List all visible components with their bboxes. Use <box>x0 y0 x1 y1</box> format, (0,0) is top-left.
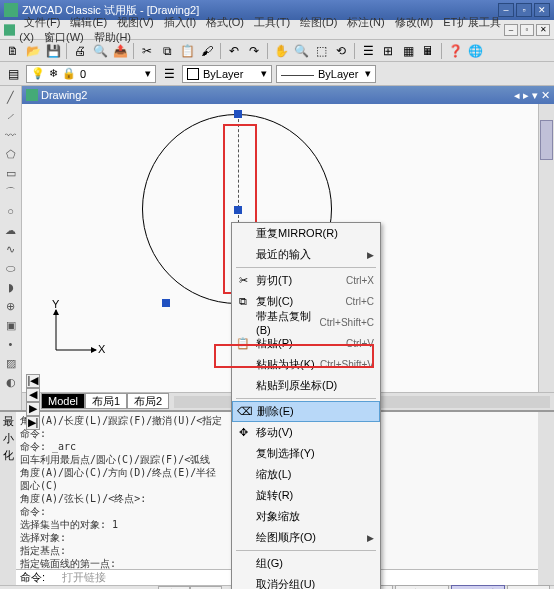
status-toggle[interactable]: 动态输入 <box>451 585 505 589</box>
menu-item[interactable]: 插入(I) <box>159 14 201 30</box>
polygon-icon[interactable]: ⬠ <box>2 145 20 163</box>
zoomprev-icon[interactable]: ⟲ <box>332 42 350 60</box>
menu-item[interactable]: 标注(N) <box>342 14 389 30</box>
layer-select[interactable]: 💡❄🔒0▾ <box>26 65 156 83</box>
ellipse-icon[interactable]: ⬭ <box>2 259 20 277</box>
menu-item[interactable]: 编辑(E) <box>65 14 112 30</box>
menu-item-label: 对象缩放 <box>256 509 374 524</box>
doc-icon <box>26 89 38 101</box>
context-menu-item[interactable]: ✥移动(V) <box>232 422 380 443</box>
block-icon[interactable]: ▣ <box>2 316 20 334</box>
match-icon[interactable]: 🖌 <box>198 42 216 60</box>
tab-nav-button[interactable]: |◀ <box>26 374 40 388</box>
xline-icon[interactable]: ⟋ <box>2 107 20 125</box>
menu-item[interactable]: 视图(V) <box>112 14 159 30</box>
status-toggle[interactable]: 从图形 <box>507 585 550 589</box>
ellarc-icon[interactable]: ◗ <box>2 278 20 296</box>
hatch-icon[interactable]: ▨ <box>2 354 20 372</box>
point-icon[interactable]: • <box>2 335 20 353</box>
tab-nav-button[interactable]: ▶| <box>26 416 40 430</box>
zoomwin-icon[interactable]: ⬚ <box>312 42 330 60</box>
context-menu-item[interactable]: 粘贴为块(K)Ctrl+Shift+V <box>232 354 380 375</box>
print-icon[interactable]: 🖨 <box>71 42 89 60</box>
context-menu-item[interactable]: 重复MIRROR(R) <box>232 223 380 244</box>
help-icon[interactable]: ❓ <box>446 42 464 60</box>
redo-icon[interactable]: ↷ <box>245 42 263 60</box>
context-menu-item[interactable]: 带基点复制(B)Ctrl+Shift+C <box>232 312 380 333</box>
layout-tab[interactable]: 布局2 <box>127 393 169 409</box>
tab-nav-button[interactable]: ▶ <box>26 402 40 416</box>
layer-icon[interactable]: ▤ <box>4 65 22 83</box>
menu-item[interactable]: 格式(O) <box>201 14 249 30</box>
context-menu-item[interactable]: 缩放(L) <box>232 464 380 485</box>
open-icon[interactable]: 📂 <box>24 42 42 60</box>
context-menu-item[interactable]: 📋粘贴(P)Ctrl+V <box>232 333 380 354</box>
preview-icon[interactable]: 🔍 <box>91 42 109 60</box>
window-controls: – ▫ ✕ <box>498 3 550 17</box>
context-menu-item[interactable]: 取消分组(U) <box>232 574 380 589</box>
gradient-icon[interactable]: ◐ <box>2 373 20 391</box>
line-icon[interactable]: ╱ <box>2 88 20 106</box>
pline-icon[interactable]: 〰 <box>2 126 20 144</box>
cmd-tool-icon[interactable]: 最 <box>3 414 14 429</box>
context-menu-item[interactable]: 粘贴到原坐标(D) <box>232 375 380 396</box>
undo-icon[interactable]: ↶ <box>225 42 243 60</box>
save-icon[interactable]: 💾 <box>44 42 62 60</box>
circle-icon[interactable]: ○ <box>2 202 20 220</box>
grip-top[interactable] <box>234 110 242 118</box>
spline-icon[interactable]: ∿ <box>2 240 20 258</box>
vertical-scrollbar[interactable] <box>538 104 554 392</box>
tab-nav-icon[interactable]: ◂ ▸ ▾ ✕ <box>514 89 550 102</box>
context-menu-item[interactable]: 最近的输入▶ <box>232 244 380 265</box>
context-menu-item[interactable]: 组(G) <box>232 553 380 574</box>
publish-icon[interactable]: 📤 <box>111 42 129 60</box>
prop-icon[interactable]: ☰ <box>359 42 377 60</box>
maximize-button[interactable]: ▫ <box>516 3 532 17</box>
menu-item-label: 粘贴为块(K) <box>256 357 320 372</box>
menu-item[interactable]: 修改(M) <box>390 14 439 30</box>
menu-item-label: 旋转(R) <box>256 488 374 503</box>
cmd-tool-icon[interactable]: 化 <box>3 448 14 463</box>
dc-icon[interactable]: ⊞ <box>379 42 397 60</box>
document-tab[interactable]: Drawing2 ◂ ▸ ▾ ✕ <box>22 86 554 104</box>
status-toggle[interactable]: 数字化仪 <box>395 585 449 589</box>
rect-icon[interactable]: ▭ <box>2 164 20 182</box>
layerstate-icon[interactable]: ☰ <box>160 65 178 83</box>
close-button[interactable]: ✕ <box>534 3 550 17</box>
tab-nav-button[interactable]: ◀ <box>26 388 40 402</box>
grip-bot[interactable] <box>162 299 170 307</box>
context-menu-item[interactable]: 复制选择(Y) <box>232 443 380 464</box>
tool-icon[interactable]: ▦ <box>399 42 417 60</box>
color-select[interactable]: ByLayer▾ <box>182 65 272 83</box>
calc-icon[interactable]: 🖩 <box>419 42 437 60</box>
menu-item-label: 删除(E) <box>257 404 373 419</box>
cmd-tool-icon[interactable]: 小 <box>3 431 14 446</box>
context-menu-item[interactable]: ⌫删除(E) <box>232 401 380 422</box>
copy-icon[interactable]: ⧉ <box>158 42 176 60</box>
context-menu-item[interactable]: 对象缩放 <box>232 506 380 527</box>
menu-item-icon: ⌫ <box>237 405 251 418</box>
layout-tab[interactable]: 布局1 <box>85 393 127 409</box>
layout-tab[interactable]: Model <box>41 393 85 409</box>
mdi-restore-button[interactable]: ▫ <box>520 24 534 36</box>
linetype-select[interactable]: ———ByLayer▾ <box>276 65 376 83</box>
web-icon[interactable]: 🌐 <box>466 42 484 60</box>
menu-item[interactable]: 文件(F) <box>19 14 65 30</box>
mdi-minimize-button[interactable]: – <box>504 24 518 36</box>
paste-icon[interactable]: 📋 <box>178 42 196 60</box>
context-menu-item[interactable]: 绘图顺序(O)▶ <box>232 527 380 548</box>
zoom-icon[interactable]: 🔍 <box>292 42 310 60</box>
pan-icon[interactable]: ✋ <box>272 42 290 60</box>
mdi-close-button[interactable]: ✕ <box>536 24 550 36</box>
revcloud-icon[interactable]: ☁ <box>2 221 20 239</box>
context-menu-item[interactable]: ✂剪切(T)Ctrl+X <box>232 270 380 291</box>
new-icon[interactable]: 🗎 <box>4 42 22 60</box>
menu-item-label: 粘贴到原坐标(D) <box>256 378 374 393</box>
menu-item[interactable]: 工具(T) <box>249 14 295 30</box>
menu-item[interactable]: 绘图(D) <box>295 14 342 30</box>
menu-item-label: 组(G) <box>256 556 374 571</box>
cut-icon[interactable]: ✂ <box>138 42 156 60</box>
insert-icon[interactable]: ⊕ <box>2 297 20 315</box>
arc-icon[interactable]: ⌒ <box>2 183 20 201</box>
context-menu-item[interactable]: 旋转(R) <box>232 485 380 506</box>
